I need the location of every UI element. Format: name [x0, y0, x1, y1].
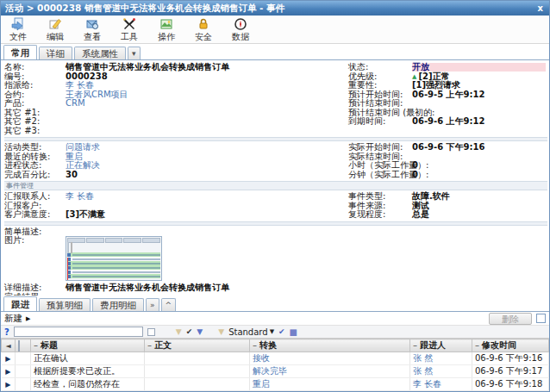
- tab-system-properties[interactable]: 系统属性: [74, 47, 126, 59]
- field-last-transition: 最近的转换:重启: [4, 152, 348, 162]
- thumbnail-grid-header: [71, 242, 72, 253]
- tab-expense-detail[interactable]: 费用明细: [92, 298, 144, 311]
- close-icon[interactable]: x: [536, 3, 545, 13]
- progress-status-link[interactable]: 正在解决: [66, 161, 100, 170]
- column-follower[interactable]: –跟进人: [410, 339, 472, 352]
- filter-active-funnel-icon[interactable]: ▼: [197, 328, 203, 336]
- field-name: 名称:销售管道中无法将业务机会转换成销售订单: [4, 63, 348, 72]
- field-actual-start: 实际开始时间:06-9-6 下午9:16: [348, 143, 547, 152]
- tab-general[interactable]: 常用: [3, 45, 37, 59]
- column-transition[interactable]: –转换: [250, 339, 410, 352]
- collapse-all-icon[interactable]: ◄: [2, 339, 16, 352]
- table-row[interactable]: ▶ 正在确认 接收 张 然 06-9-6 下午9:16: [2, 352, 549, 365]
- row-select-cell[interactable]: [16, 378, 31, 391]
- toolbar-edit-label: 编辑: [47, 31, 64, 43]
- contract-link[interactable]: 王者风CRM项目: [66, 90, 128, 99]
- activity-type-link[interactable]: 问题请求: [66, 143, 100, 152]
- delete-button[interactable]: 删除: [489, 313, 532, 325]
- field-other3: 其它 #3:: [4, 127, 348, 136]
- section-divider: [4, 221, 547, 226]
- last-transition-link[interactable]: 重启: [66, 152, 83, 161]
- row-follower-link[interactable]: 李 长春: [410, 378, 472, 391]
- field-contract: 合约:王者风CRM项目: [4, 90, 348, 100]
- row-arrow-icon[interactable]: ▶: [2, 365, 16, 378]
- main-tabstrip: 常用 详细 系统属性 ▾: [1, 44, 549, 60]
- tab-detail[interactable]: 详细: [39, 47, 72, 59]
- tab-collapse-button[interactable]: ^: [161, 298, 177, 311]
- filter-check-icon[interactable]: ✔: [186, 327, 193, 336]
- assigned-to-link[interactable]: 李 长春: [66, 81, 94, 90]
- tab-scroll-button[interactable]: »: [146, 298, 159, 311]
- grid-action-row: 新建 ▶ 删除: [1, 312, 549, 325]
- field-status: 状态:开放: [348, 63, 547, 72]
- table-row[interactable]: ▶ 根据所提要求已改正。 解决完毕 张 然 06-9-6 下午9:17: [2, 365, 549, 378]
- toolbar-view-button[interactable]: 查看: [78, 17, 106, 43]
- column-modified[interactable]: –修改时间: [472, 339, 549, 352]
- attachment-thumbnail[interactable]: [66, 236, 162, 281]
- general-form: 名称:销售管道中无法将业务机会转换成销售订单 编号:0000238 指派给:李 …: [1, 60, 549, 296]
- field-reproducibility: 复现程度:总是: [348, 210, 547, 220]
- sort-icon: –: [147, 340, 152, 350]
- row-title-cell: 根据所提要求已改正。: [31, 365, 145, 378]
- row-follower-link[interactable]: 张 然: [410, 365, 472, 378]
- product-link[interactable]: CRM: [66, 99, 85, 108]
- menu-toolbar: 文件 编辑 查看 工具 操作 安全 数据: [1, 16, 549, 44]
- row-select-cell[interactable]: [16, 352, 31, 365]
- filter-checkbox-icon[interactable]: [147, 328, 155, 336]
- toolbar-actions-button[interactable]: 操作: [153, 17, 180, 43]
- help-icon[interactable]: ?: [4, 327, 9, 337]
- tab-budget-detail[interactable]: 预算明细: [39, 298, 91, 311]
- bottom-tabstrip: 跟进 预算明细 费用明细 » ^: [1, 296, 549, 312]
- incident-section-divider: 事件管理: [4, 181, 547, 190]
- row-modified-cell: 06-9-6 下午9:16: [472, 352, 549, 365]
- toolbar-file-button[interactable]: 文件: [4, 17, 32, 43]
- table-row[interactable]: ▶ 经检查，问题仍然存在 重启 李 长春 06-9-6 下午9:18: [2, 378, 549, 391]
- row-follower-link[interactable]: 张 然: [410, 352, 472, 365]
- sort-icon: –: [413, 340, 417, 350]
- thumbnail-toolbar: [67, 238, 160, 243]
- column-body[interactable]: –正文: [145, 339, 250, 352]
- new-button[interactable]: 新建 ▶: [4, 313, 30, 325]
- field-satisfaction: 客户满意度:[3]不满意: [4, 210, 348, 220]
- grid-search-input[interactable]: [14, 327, 143, 337]
- field-due-time: 到期时间:06-9-6 上午9:12: [348, 117, 547, 127]
- field-actual-minutes: 分钟（实际工作量）:0: [348, 171, 547, 180]
- window-title: 活动 > 0000238 销售管道中无法将业务机会转换成销售订单 - 事件: [5, 3, 284, 15]
- dropdown-arrow-icon: ▼: [270, 328, 274, 335]
- apply-check-icon[interactable]: ✔: [278, 327, 285, 336]
- number-value: 0000238: [66, 72, 108, 81]
- row-select-cell[interactable]: [16, 365, 31, 378]
- expand-grid-icon[interactable]: [536, 314, 546, 323]
- status-badge: 开放: [412, 63, 546, 72]
- tab-more-dropdown[interactable]: ▾: [128, 47, 141, 59]
- row-arrow-icon[interactable]: ▶: [2, 378, 16, 391]
- row-transition-link[interactable]: 重启: [250, 378, 410, 391]
- toolbar-security-button[interactable]: 安全: [190, 17, 217, 43]
- row-body-cell: [145, 378, 250, 391]
- field-incident-type: 事件类型:故障.软件: [348, 192, 547, 202]
- edit-icon: [48, 17, 62, 31]
- row-transition-link[interactable]: 接收: [250, 352, 410, 365]
- select-all-checkbox[interactable]: [18, 340, 20, 352]
- column-title[interactable]: –标题: [31, 339, 145, 352]
- toolbar-data-button[interactable]: 数据: [227, 17, 254, 43]
- row-transition-link[interactable]: 解决完毕: [250, 365, 410, 378]
- field-percent-complete: 完成百分比:30: [4, 171, 348, 180]
- table-header-row: ◄ –标题 –正文 –转换 –跟进人 –修改时间: [2, 339, 549, 352]
- grid-settings-icon[interactable]: ■: [290, 327, 297, 337]
- field-progress-status: 进程状态:正在解决: [4, 161, 348, 171]
- toolbar-tools-button[interactable]: 工具: [116, 17, 143, 43]
- title-bar: 活动 > 0000238 销售管道中无法将业务机会转换成销售订单 - 事件 x: [1, 1, 549, 16]
- sort-icon: –: [475, 340, 479, 350]
- toolbar-security-label: 安全: [195, 31, 212, 43]
- standard-view-dropdown[interactable]: Standard ▼: [228, 327, 274, 337]
- toolbar-edit-button[interactable]: 编辑: [41, 17, 69, 43]
- tab-follow-up[interactable]: 跟进: [3, 296, 37, 311]
- field-number: 编号:0000238: [4, 72, 348, 82]
- row-arrow-icon[interactable]: ▶: [2, 352, 16, 365]
- report-contact-link[interactable]: 李 长春: [66, 192, 94, 201]
- field-detail-description: 详细描述:销售管道中无法将业务机会转换成销售订单: [4, 283, 547, 293]
- filter-funnel2-icon[interactable]: ▼: [218, 328, 224, 336]
- filter-funnel-icon[interactable]: ▼: [176, 328, 182, 336]
- row-modified-cell: 06-9-6 下午9:17: [472, 365, 549, 378]
